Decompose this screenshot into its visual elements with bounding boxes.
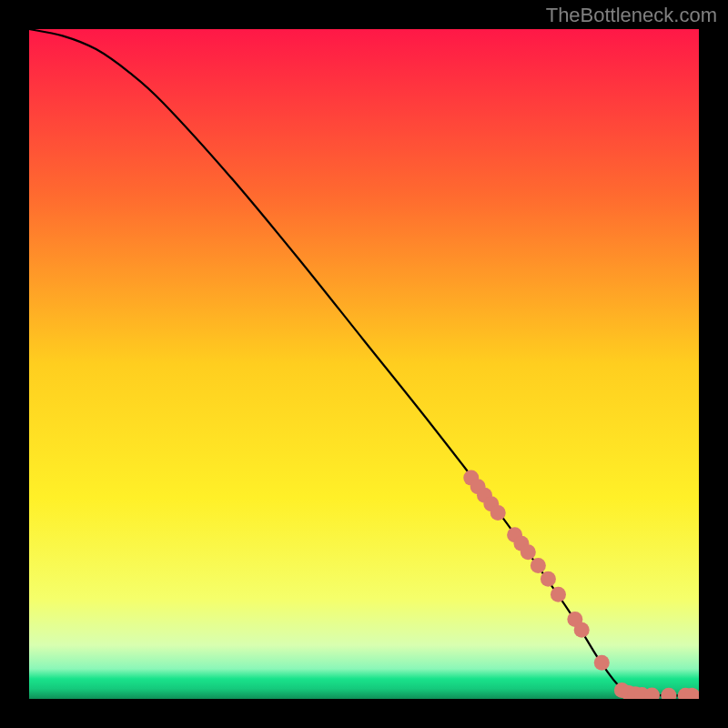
chart-svg: [29, 29, 699, 699]
data-point: [541, 571, 556, 587]
chart-frame: TheBottleneck.com: [0, 0, 728, 728]
data-point: [594, 655, 610, 671]
data-point: [551, 587, 566, 602]
gradient-background: [29, 29, 699, 699]
data-point: [521, 544, 536, 560]
data-point: [574, 622, 590, 638]
data-point: [531, 558, 546, 573]
plot-area: [29, 29, 699, 699]
watermark-text: TheBottleneck.com: [546, 4, 717, 27]
data-point: [490, 505, 506, 521]
